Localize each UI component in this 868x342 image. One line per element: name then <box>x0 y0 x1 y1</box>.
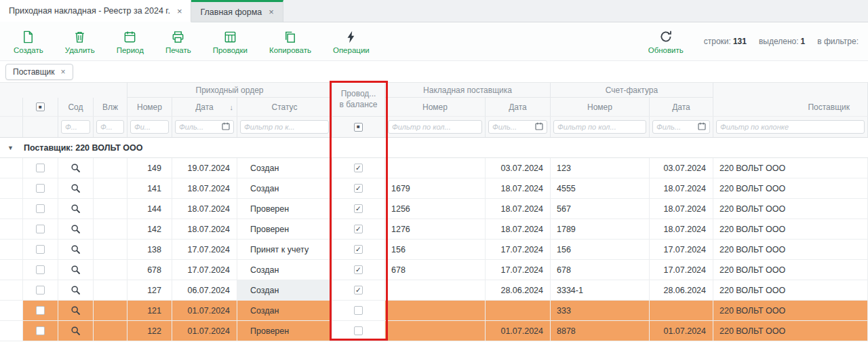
supplier-cell[interactable]: 220 ВОЛЬТ ООО <box>713 280 868 300</box>
order-number-cell[interactable]: 138 <box>127 240 172 259</box>
table-row[interactable]: 12201.07.2024Проверен01.07.2024887801.07… <box>0 321 868 341</box>
content-search-button[interactable] <box>58 219 94 239</box>
supplier-doc-date-cell[interactable] <box>486 301 551 320</box>
invoice-number-cell[interactable]: 156 <box>551 240 650 259</box>
create-button[interactable]: Создать <box>14 29 43 54</box>
posted-checkbox-cell[interactable] <box>332 301 385 320</box>
status-cell[interactable]: Проверен <box>237 321 332 341</box>
filter-vlj[interactable]: Ф... <box>94 117 127 137</box>
supplier-cell[interactable]: 220 ВОЛЬТ ООО <box>713 178 868 198</box>
table-row[interactable]: 67817.07.2024Создан✓67817.07.202467817.0… <box>0 260 868 280</box>
status-cell[interactable]: Проверен <box>237 219 332 239</box>
row-select-checkbox[interactable] <box>23 219 58 239</box>
invoice-number-cell[interactable]: 123 <box>551 158 650 178</box>
table-row[interactable]: 14118.07.2024Создан✓167918.07.2024455518… <box>0 178 868 199</box>
row-select-checkbox[interactable] <box>23 260 58 280</box>
row-select-checkbox[interactable] <box>23 158 58 178</box>
order-date-cell[interactable]: 18.07.2024 <box>172 199 237 218</box>
supplier-doc-number-cell[interactable] <box>385 280 486 300</box>
status-cell[interactable]: Проверен <box>237 199 332 218</box>
period-button[interactable]: Период <box>117 29 144 54</box>
content-search-button[interactable] <box>58 280 94 300</box>
row-select-checkbox[interactable] <box>23 301 58 320</box>
invoice-number-cell[interactable]: 8878 <box>551 321 650 341</box>
order-date-cell[interactable]: 01.07.2024 <box>172 321 237 341</box>
invoice-date-cell[interactable]: 18.07.2024 <box>650 199 713 218</box>
supplier-cell[interactable]: 220 ВОЛЬТ ООО <box>713 321 868 341</box>
order-number-cell[interactable]: 127 <box>127 280 172 300</box>
table-row[interactable]: 14418.07.2024Проверен✓125618.07.20245671… <box>0 199 868 219</box>
filter-invoice-number[interactable]: Фильтр по кол... <box>551 117 650 137</box>
table-row[interactable]: 12706.07.2024Создан✓28.06.20243334-128.0… <box>0 280 868 301</box>
column-header-supplier-doc-date[interactable]: Дата <box>486 98 551 117</box>
content-search-button[interactable] <box>58 158 94 178</box>
row-select-checkbox[interactable] <box>23 321 58 341</box>
operations-button[interactable]: Операции <box>333 29 370 54</box>
status-cell[interactable]: Создан <box>237 158 332 178</box>
table-row[interactable]: 12101.07.2024Создан333220 ВОЛЬТ ООО <box>0 301 868 321</box>
calendar-icon[interactable] <box>222 121 230 133</box>
supplier-cell[interactable]: 220 ВОЛЬТ ООО <box>713 301 868 320</box>
supplier-cell[interactable]: 220 ВОЛЬТ ООО <box>713 219 868 239</box>
content-search-button[interactable] <box>58 301 94 320</box>
filter-order-number[interactable]: Фи... <box>127 117 172 137</box>
column-header-status[interactable]: Статус <box>237 98 332 117</box>
row-select-checkbox[interactable] <box>23 280 58 300</box>
status-cell[interactable]: Создан <box>237 301 332 320</box>
row-select-checkbox[interactable] <box>23 199 58 218</box>
supplier-doc-date-cell[interactable]: 17.07.2024 <box>486 260 551 280</box>
invoice-number-cell[interactable]: 333 <box>551 301 650 320</box>
supplier-doc-number-cell[interactable] <box>385 321 486 341</box>
supplier-cell[interactable]: 220 ВОЛЬТ ООО <box>713 158 868 178</box>
collapse-arrow-icon[interactable]: ▼ <box>0 145 14 151</box>
content-search-button[interactable] <box>58 240 94 259</box>
order-date-cell[interactable]: 19.07.2024 <box>172 158 237 178</box>
postings-button[interactable]: Проводки <box>213 29 248 54</box>
sort-desc-icon[interactable]: ↓ <box>230 103 234 111</box>
supplier-doc-number-cell[interactable] <box>385 301 486 320</box>
invoice-number-cell[interactable]: 1789 <box>551 219 650 239</box>
invoice-date-cell[interactable]: 18.07.2024 <box>650 178 713 198</box>
invoice-date-cell[interactable]: 01.07.2024 <box>650 321 713 341</box>
invoice-date-cell[interactable]: 28.06.2024 <box>650 280 713 300</box>
posted-checkbox-cell[interactable]: ✓ <box>332 199 385 218</box>
supplier-doc-date-cell[interactable]: 18.07.2024 <box>486 178 551 198</box>
status-cell[interactable]: Создан <box>237 260 332 280</box>
invoice-number-cell[interactable]: 4555 <box>551 178 650 198</box>
filter-order-date[interactable]: Филь... <box>172 117 237 137</box>
order-number-cell[interactable]: 141 <box>127 178 172 198</box>
column-header-sod[interactable]: Сод <box>58 98 94 117</box>
order-number-cell[interactable]: 678 <box>127 260 172 280</box>
supplier-cell[interactable]: 220 ВОЛЬТ ООО <box>713 199 868 218</box>
filter-supplier-doc-date[interactable]: Филь... <box>486 117 551 137</box>
invoice-number-cell[interactable]: 678 <box>551 260 650 280</box>
supplier-doc-number-cell[interactable] <box>385 158 486 178</box>
calendar-icon[interactable] <box>698 121 706 133</box>
filter-chip-supplier[interactable]: Поставщик × <box>5 64 73 80</box>
supplier-doc-number-cell[interactable]: 1679 <box>385 178 486 198</box>
invoice-date-cell[interactable]: 17.07.2024 <box>650 240 713 259</box>
order-date-cell[interactable]: 17.07.2024 <box>172 260 237 280</box>
supplier-doc-number-cell[interactable]: 1276 <box>385 219 486 239</box>
status-cell[interactable]: Создан <box>237 178 332 198</box>
order-date-cell[interactable]: 17.07.2024 <box>172 240 237 259</box>
column-header-supplier[interactable]: Поставщик <box>713 98 868 117</box>
invoice-date-cell[interactable]: 03.07.2024 <box>650 158 713 178</box>
invoice-date-cell[interactable] <box>650 301 713 320</box>
posted-checkbox-cell[interactable]: ✓ <box>332 240 385 259</box>
order-date-cell[interactable]: 18.07.2024 <box>172 219 237 239</box>
status-cell[interactable]: Принят к учету <box>237 240 332 259</box>
posted-checkbox-cell[interactable]: ✓ <box>332 219 385 239</box>
close-icon[interactable]: × <box>177 7 182 16</box>
order-number-cell[interactable]: 149 <box>127 158 172 178</box>
invoice-date-cell[interactable]: 18.07.2024 <box>650 219 713 239</box>
filter-posted-checkbox[interactable]: ■ <box>332 117 385 137</box>
order-date-cell[interactable]: 01.07.2024 <box>172 301 237 320</box>
supplier-doc-number-cell[interactable]: 678 <box>385 260 486 280</box>
order-number-cell[interactable]: 142 <box>127 219 172 239</box>
filter-supplier[interactable]: Фильтр по колонке <box>713 117 868 137</box>
invoice-number-cell[interactable]: 567 <box>551 199 650 218</box>
table-row[interactable]: 13817.07.2024Принят к учету✓15617.07.202… <box>0 240 868 260</box>
order-date-cell[interactable]: 06.07.2024 <box>172 280 237 300</box>
content-search-button[interactable] <box>58 178 94 198</box>
